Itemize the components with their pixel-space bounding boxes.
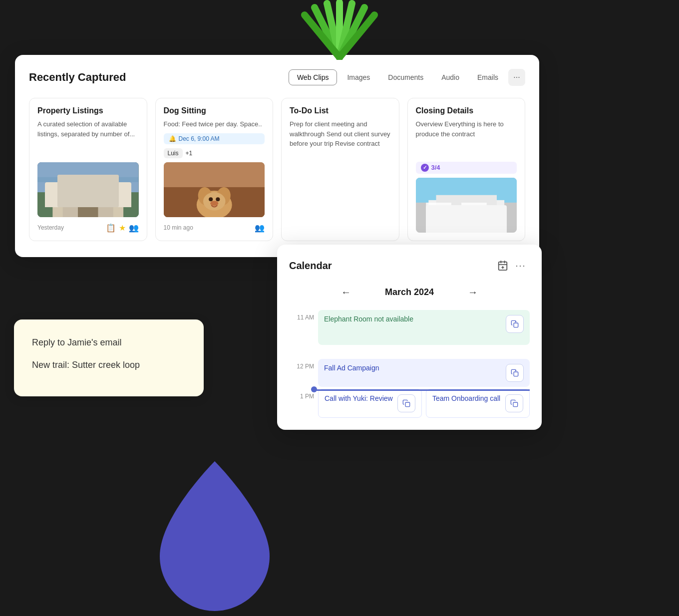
house2-image [416, 178, 517, 233]
clip-icons-dog: 👥 [255, 223, 265, 233]
calendar-body: 11 AM Elephant Room not available 12 PM [289, 310, 530, 430]
clip-title-todo: To-Do List [290, 106, 391, 115]
clip-tag-dog: 🔔 Dec 6, 9:00 AM [164, 133, 265, 144]
sticky-line-2: New trail: Sutter creek loop [32, 358, 186, 372]
event-label-onboarding: Team Onboarding call [432, 394, 500, 402]
event-action-elephant[interactable] [506, 315, 524, 333]
tab-images[interactable]: Images [339, 70, 378, 85]
tab-emails[interactable]: Emails [469, 70, 506, 85]
clip-card-todo[interactable]: To-Do List Prep for client meeting and w… [281, 98, 399, 241]
event-fall-ad[interactable]: Fall Ad Campaign [318, 359, 530, 387]
svg-rect-42 [514, 323, 518, 327]
calendar-nav: ← March 2024 → [289, 285, 530, 300]
clip-title-closing: Closing Details [416, 106, 517, 115]
svg-point-22 [209, 197, 213, 201]
event-label-yuki: Call with Yuki: Review [325, 394, 393, 402]
people-single-icon: 👥 [255, 223, 265, 233]
calendar-more-icon: ··· [515, 261, 526, 271]
progress-label-closing: 3/4 [431, 164, 440, 171]
clip-body-todo: Prep for client meeting and walkthrough … [290, 119, 391, 233]
bell-icon: 🔔 [169, 135, 176, 142]
event-team-onboarding[interactable]: Team Onboarding call [426, 389, 530, 418]
svg-rect-45 [514, 372, 518, 376]
time-label-12pm: 12 PM [289, 359, 314, 370]
events-row-1pm: Call with Yuki: Review Team Onboarding c… [318, 389, 530, 418]
clip-icons-property: 📋 ★ 👥 [106, 223, 139, 233]
calendar-prev-button[interactable]: ← [337, 285, 355, 300]
svg-rect-33 [443, 208, 453, 215]
tab-audio[interactable]: Audio [433, 70, 467, 85]
clip-tag-label-dog: Dec 6, 9:00 AM [179, 135, 220, 142]
time-indicator-row [289, 347, 530, 355]
time-label-1pm: 1 PM [289, 389, 314, 400]
dog-image [164, 162, 265, 217]
calendar-month-label: March 2024 [385, 287, 434, 298]
app-logo [300, 0, 379, 60]
clip-card-dog-sitting[interactable]: Dog Sitting Food: Feed twice per day. Sp… [155, 98, 274, 241]
assignee-plus: +1 [186, 150, 193, 157]
more-tabs-button[interactable]: ··· [508, 69, 525, 86]
event-call-yuki[interactable]: Call with Yuki: Review [318, 389, 422, 418]
calendar-add-button[interactable] [494, 257, 512, 275]
clip-body-property: A curated selection of available listing… [37, 119, 139, 158]
tab-web-clips[interactable]: Web Clips [289, 69, 338, 85]
sticky-note: Reply to Jamie's email New trail: Sutter… [14, 319, 204, 396]
card-title: Recently Captured [29, 71, 126, 84]
clip-footer-property: Yesterday 📋 ★ 👥 [37, 223, 139, 233]
clip-assignees-dog: Luis +1 [164, 148, 265, 158]
event-action-yuki[interactable] [397, 394, 415, 412]
calendar-header: Calendar ··· [289, 257, 530, 275]
people-icon: 👥 [129, 223, 139, 233]
clip-card-property-listings[interactable]: Property Listings A curated selection of… [29, 98, 147, 241]
event-action-fall-ad[interactable] [506, 364, 524, 382]
tab-bar: Web Clips Images Documents Audio Emails … [289, 69, 525, 86]
svg-rect-29 [426, 202, 451, 223]
event-elephant-room[interactable]: Elephant Room not available [318, 310, 530, 345]
svg-rect-13 [93, 190, 108, 202]
star-icon: ★ [119, 223, 126, 233]
time-label-11am: 11 AM [289, 310, 314, 321]
clips-grid: Property Listings A curated selection of… [29, 98, 525, 241]
calendar-more-button[interactable]: ··· [512, 257, 530, 275]
clip-image-closing [416, 178, 517, 233]
current-time-line [314, 389, 530, 391]
event-label-elephant: Elephant Room not available [324, 315, 413, 323]
svg-rect-15 [37, 177, 139, 182]
assignee-luis: Luis [164, 148, 183, 158]
recently-captured-card: Recently Captured Web Clips Images Docum… [15, 55, 539, 257]
calendar-title: Calendar [289, 260, 332, 272]
event-action-onboarding[interactable] [505, 394, 523, 412]
clipboard-icon: 📋 [106, 223, 116, 233]
clip-body-closing: Overview Everything is here to produce t… [416, 119, 517, 158]
time-slot-11am: 11 AM Elephant Room not available [289, 310, 530, 345]
tab-documents[interactable]: Documents [380, 70, 431, 85]
card-header: Recently Captured Web Clips Images Docum… [29, 69, 525, 86]
svg-rect-35 [481, 208, 491, 215]
svg-rect-27 [428, 200, 504, 232]
svg-rect-49 [513, 402, 518, 407]
svg-rect-48 [405, 402, 410, 407]
svg-point-23 [216, 197, 220, 201]
clip-footer-dog: 10 min ago 👥 [164, 223, 265, 233]
sticky-line-1: Reply to Jamie's email [32, 335, 186, 350]
house-image [37, 162, 139, 217]
time-slot-1pm: 1 PM Call with Yuki: Review Team Onboard… [289, 389, 530, 418]
clip-card-closing[interactable]: Closing Details Overview Everything is h… [407, 98, 526, 241]
svg-rect-12 [68, 190, 83, 202]
svg-rect-26 [416, 202, 517, 232]
clip-time-property: Yesterday [37, 224, 64, 231]
svg-rect-31 [456, 215, 477, 233]
progress-badge-closing: ✓ 3/4 [416, 162, 517, 174]
calendar-next-button[interactable]: → [464, 285, 482, 300]
svg-rect-11 [78, 197, 98, 217]
svg-point-24 [210, 201, 218, 206]
teardrop-decoration [150, 456, 280, 616]
events-col-12pm: Fall Ad Campaign [318, 359, 530, 387]
calendar-bottom-spacer [289, 420, 530, 430]
svg-rect-32 [428, 208, 438, 215]
svg-rect-28 [436, 195, 497, 232]
clip-image-property [37, 162, 139, 217]
clip-time-dog: 10 min ago [164, 224, 193, 231]
events-col-11am: Elephant Room not available [318, 310, 530, 345]
svg-rect-34 [466, 208, 476, 215]
